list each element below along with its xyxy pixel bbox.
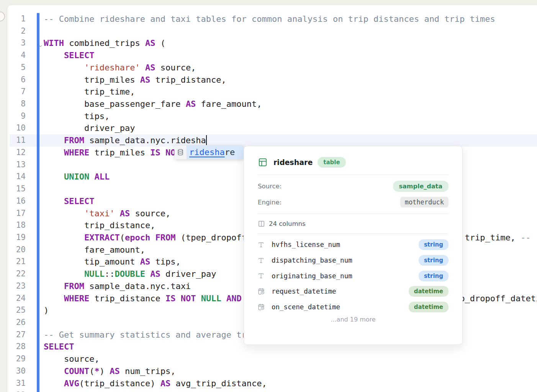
table-type-badge: table <box>318 157 345 168</box>
line-number: 24 <box>7 292 26 305</box>
column-name: originating_base_num <box>272 272 419 280</box>
code-text: trip_time, <box>44 86 135 98</box>
line-number: 1 <box>7 13 26 25</box>
code-text: driver_pay <box>44 122 135 134</box>
code-line[interactable]: 3WITH combined_trips AS ( <box>7 37 537 49</box>
line-number: 6 <box>7 74 26 86</box>
code-line[interactable]: 11 FROM sample_data.nyc.ridesha <box>7 134 537 147</box>
code-text: SELECT <box>44 49 94 62</box>
code-line[interactable]: 10 driver_pay <box>7 122 537 134</box>
column-row: request_datetimedatetime <box>258 284 449 299</box>
code-text: NULL::DOUBLE AS driver_pay <box>44 268 216 280</box>
line-number: 21 <box>7 256 26 268</box>
divider <box>258 214 449 214</box>
autocomplete-item-rideshare[interactable]: rideshare <box>187 145 244 159</box>
line-number: 27 <box>7 329 26 341</box>
columns-count-row: 24 columns <box>258 219 449 228</box>
column-list: hvfhs_license_numstringdispatching_base_… <box>258 237 449 315</box>
line-number: 7 <box>7 86 26 98</box>
code-text: tips, <box>44 110 110 122</box>
line-number: 32 <box>7 389 26 392</box>
column-type-badge: datetime <box>409 286 449 297</box>
code-text: ) <box>44 304 49 317</box>
code-line[interactable]: 1-- Combine rideshare and taxi tables fo… <box>7 13 537 25</box>
code-text: AVG(trip_time) AS avg_trip_time, <box>44 389 226 392</box>
line-number: 9 <box>7 110 26 122</box>
type-icon <box>258 273 267 279</box>
line-number: 5 <box>7 62 26 74</box>
code-text: fare_amount, <box>44 244 145 256</box>
code-text: 'taxi' AS source, <box>44 207 170 220</box>
type-icon <box>258 257 267 264</box>
type-icon <box>258 242 267 248</box>
code-text: FROM sample_data.nyc.ridesha <box>44 134 207 147</box>
gutter-change-bar <box>37 13 39 392</box>
column-type-badge: string <box>419 255 449 266</box>
column-name: hvfhs_license_num <box>272 241 419 248</box>
line-number: 13 <box>7 159 26 171</box>
code-text: trip_miles AS trip_distance, <box>44 74 226 86</box>
database-icon <box>174 145 187 159</box>
table-icon <box>258 157 268 167</box>
code-text: WITH combined_trips AS ( <box>44 37 165 49</box>
divider <box>258 234 449 234</box>
line-number: 8 <box>7 98 26 110</box>
line-number: 30 <box>7 365 26 377</box>
code-line[interactable]: 8 base_passenger_fare AS fare_amount, <box>7 98 537 110</box>
engine-badge: motherduck <box>400 197 449 207</box>
line-number: 26 <box>7 317 26 329</box>
code-line[interactable]: 4 SELECT <box>7 49 537 62</box>
code-line[interactable]: 6 trip_miles AS trip_distance, <box>7 74 537 86</box>
line-number: 23 <box>7 280 26 292</box>
code-line[interactable]: 2 <box>7 25 537 38</box>
code-text: SELECT <box>44 195 94 207</box>
column-type-badge: string <box>419 271 449 281</box>
line-number: 31 <box>7 377 26 390</box>
column-name: dispatching_base_num <box>272 256 419 264</box>
code-line[interactable]: 9 tips, <box>7 110 537 122</box>
source-badge: sample_data <box>393 181 449 192</box>
calendar-clock-icon <box>258 304 267 310</box>
code-text: source, <box>44 353 100 365</box>
columns-count: 24 columns <box>269 220 306 227</box>
columns-icon <box>258 220 265 227</box>
line-number: 25 <box>7 304 26 317</box>
line-number: 29 <box>7 353 26 365</box>
line-number: 4 <box>7 49 26 62</box>
code-line[interactable]: 32 AVG(trip_time) AS avg_trip_time, <box>7 389 537 392</box>
calendar-clock-icon <box>258 288 267 295</box>
line-number: 12 <box>7 147 26 159</box>
line-number: 17 <box>7 207 26 220</box>
line-number: 20 <box>7 244 26 256</box>
source-row: Source: sample_data <box>258 181 449 191</box>
line-number: 10 <box>7 122 26 134</box>
autocomplete-match-text: ridesha <box>189 147 225 157</box>
code-line[interactable]: 29 source, <box>7 353 537 365</box>
column-type-badge: datetime <box>409 302 449 312</box>
line-number: 14 <box>7 171 26 183</box>
code-line[interactable]: 7 trip_time, <box>7 86 537 98</box>
code-line[interactable]: 30 COUNT(*) AS num_trips, <box>7 365 537 377</box>
column-row: originating_base_numstring <box>258 268 449 284</box>
autocomplete-popup: rideshare <box>174 145 244 159</box>
code-text: FROM sample_data.nyc.taxi <box>44 280 191 292</box>
popover-title: rideshare <box>273 158 313 167</box>
line-number: 2 <box>7 25 26 38</box>
table-info-popover: rideshare table Source: sample_data Engi… <box>244 146 463 345</box>
line-number: 16 <box>7 195 26 207</box>
code-text: AVG(trip_distance) AS avg_trip_distance, <box>44 377 267 390</box>
source-label: Source: <box>258 183 282 190</box>
code-text: COUNT(*) AS num_trips, <box>44 365 175 377</box>
column-type-badge: string <box>419 239 449 250</box>
popover-header: rideshare table <box>258 156 449 168</box>
engine-row: Engine: motherduck <box>258 197 449 207</box>
code-line[interactable]: 5 'rideshare' AS source, <box>7 62 537 74</box>
code-text: -- Combine rideshare and taxi tables for… <box>44 13 495 25</box>
code-text: trip_distance, <box>44 219 155 232</box>
column-name: on_scene_datetime <box>272 303 409 311</box>
line-number: 22 <box>7 268 26 280</box>
column-row: hvfhs_license_numstring <box>258 237 449 253</box>
column-name: request_datetime <box>272 287 409 295</box>
code-line[interactable]: 31 AVG(trip_distance) AS avg_trip_distan… <box>7 377 537 390</box>
column-row: dispatching_base_numstring <box>258 253 449 268</box>
